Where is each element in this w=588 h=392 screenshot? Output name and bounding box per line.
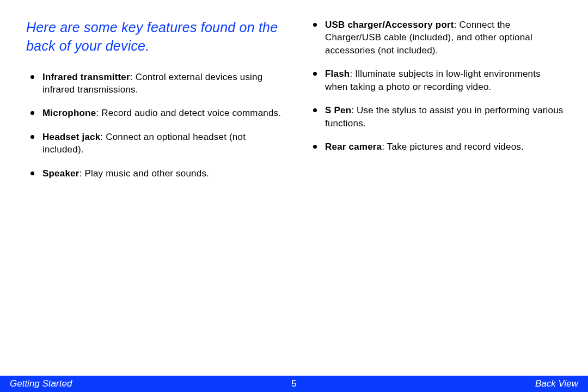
feature-term: Rear camera [325, 142, 382, 152]
feature-desc: : Play music and other sounds. [79, 168, 209, 179]
feature-term: Microphone [42, 108, 96, 118]
feature-list-left: Infrared transmitter: Control external d… [26, 71, 283, 180]
feature-term: S Pen [325, 105, 351, 115]
feature-term: Speaker [42, 168, 79, 179]
list-item: Infrared transmitter: Control external d… [26, 71, 283, 96]
list-item: USB charger/Accessory port: Connect the … [309, 19, 565, 57]
left-column: Here are some key features found on the … [26, 19, 283, 191]
footer-chapter: Getting Started [10, 378, 72, 389]
feature-list-right: USB charger/Accessory port: Connect the … [309, 19, 565, 154]
footer-section: Back View [535, 378, 578, 389]
list-item: Speaker: Play music and other sounds. [26, 167, 283, 180]
feature-term: Headset jack [42, 132, 100, 142]
footer-page-number: 5 [291, 378, 296, 389]
list-item: Microphone: Record audio and detect voic… [26, 107, 283, 119]
feature-term: USB charger/Accessory port [325, 20, 454, 30]
list-item: Rear camera: Take pictures and record vi… [309, 140, 565, 153]
content-columns: Here are some key features found on the … [0, 0, 588, 191]
feature-desc: : Take pictures and record videos. [382, 142, 524, 152]
feature-desc: : Illuminate subjects in low-light envir… [325, 69, 541, 91]
manual-page: Here are some key features found on the … [0, 0, 588, 392]
feature-desc: : Record audio and detect voice commands… [96, 108, 281, 118]
feature-desc: : Use the stylus to assist you in perfor… [325, 105, 564, 128]
section-heading: Here are some key features found on the … [26, 19, 283, 56]
feature-term: Flash [325, 69, 350, 79]
page-footer: Getting Started 5 Back View [0, 376, 588, 392]
list-item: Headset jack: Connect an optional headse… [26, 131, 283, 156]
list-item: Flash: Illuminate subjects in low-light … [309, 68, 565, 93]
feature-term: Infrared transmitter [42, 72, 130, 82]
right-column: USB charger/Accessory port: Connect the … [309, 19, 565, 191]
list-item: S Pen: Use the stylus to assist you in p… [309, 104, 565, 130]
